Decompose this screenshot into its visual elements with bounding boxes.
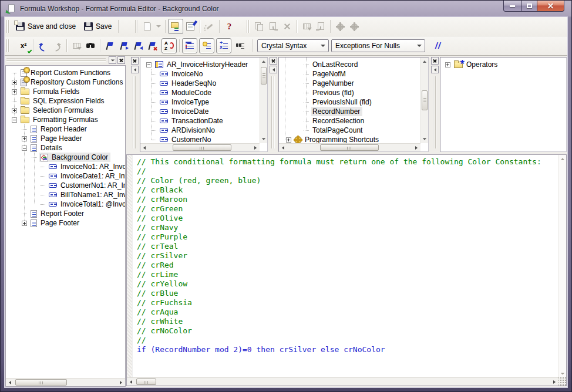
tree-item[interactable]: TransactionDate (140, 116, 267, 126)
operators-panel-strip[interactable] (430, 57, 440, 151)
tree-item[interactable]: RecordNumber (279, 107, 428, 116)
toggle-bookmark-button[interactable] (103, 39, 117, 53)
code-line[interactable]: // crPurple (137, 232, 558, 242)
save-and-close-button[interactable]: Save and close (12, 19, 80, 34)
tree-item[interactable]: InvoiceType (140, 97, 267, 107)
previous-bookmark-button[interactable] (131, 39, 145, 53)
tree-item[interactable]: InvoiceDate (140, 107, 267, 116)
tree-item[interactable]: Report Header (6, 124, 125, 134)
tree-expander[interactable] (22, 146, 27, 151)
scroll-down-button[interactable] (421, 135, 428, 143)
workshop-tree-toggle[interactable] (168, 19, 183, 34)
tree-expander[interactable] (22, 136, 27, 141)
formula-expert-button[interactable] (203, 19, 217, 33)
tree-expander[interactable] (40, 176, 45, 177)
check-syntax-button[interactable]: x² (16, 39, 31, 53)
functions-vertical-scrollbar[interactable] (420, 58, 428, 143)
panel-close-button[interactable] (270, 57, 277, 65)
tree-item[interactable]: ARDivisionNo (140, 126, 267, 135)
debug-function-button[interactable] (347, 19, 361, 33)
run-function-button[interactable] (333, 19, 347, 33)
tree-item[interactable]: Details (6, 143, 125, 153)
code-line[interactable]: // crMaroon (137, 195, 558, 204)
next-bookmark-button[interactable] (117, 39, 131, 53)
redo-button[interactable] (50, 39, 64, 53)
tree-item[interactable]: InvoiceDate1: AR_Inv (6, 171, 125, 181)
tree-expander[interactable] (40, 204, 45, 205)
panel-collapse-button[interactable] (131, 66, 139, 73)
code-line[interactable]: // crNavy (137, 223, 558, 232)
tree-expander[interactable] (146, 62, 152, 67)
scrollbar-thumb[interactable] (261, 67, 267, 85)
editor-horizontal-scrollbar[interactable] (127, 377, 558, 386)
code-line[interactable]: // Color (red, green, blue) (137, 176, 558, 185)
tree-item[interactable]: SQL Expression Fields (6, 96, 125, 106)
minimize-button[interactable] (503, 1, 521, 12)
tree-expander[interactable] (32, 157, 37, 158)
sort-trees-button[interactable]: AZ (161, 38, 177, 53)
scroll-right-button[interactable] (550, 378, 558, 386)
tree-item[interactable]: ModuleCode (140, 88, 267, 97)
tree-item[interactable]: Selection Formulas (6, 106, 125, 115)
scroll-right-button[interactable] (251, 144, 260, 151)
code-line[interactable]: if (RecordNumber mod 2)=0 then crSilver … (137, 345, 558, 354)
scrollbar-thumb[interactable] (136, 379, 156, 385)
tree-item[interactable]: HeaderSeqNo (140, 79, 267, 88)
scrollbar-thumb[interactable] (15, 379, 67, 386)
panel-drag-strip[interactable] (5, 56, 126, 65)
tree-item[interactable]: InvoiceNo1: AR_Invoic (6, 162, 125, 171)
tree-item[interactable]: Report Custom Functions (6, 68, 125, 77)
tree-expander[interactable] (445, 62, 450, 67)
browse-data-button[interactable] (69, 39, 83, 53)
panel-close-button[interactable] (431, 57, 439, 65)
fields-panel-strip[interactable] (130, 57, 140, 151)
functions-panel-strip[interactable] (269, 57, 278, 151)
scroll-left-button[interactable] (140, 144, 149, 151)
toolbar-gripper[interactable] (6, 20, 9, 33)
null-handling-combobox[interactable]: Exceptions For Nulls (331, 39, 425, 52)
browse-data-tool-button[interactable] (300, 19, 314, 33)
panel-menu-button[interactable] (109, 56, 116, 64)
tree-expander[interactable] (40, 185, 45, 186)
tree-item[interactable]: InvoiceTotal1: @Invoic (6, 200, 125, 209)
tree-item[interactable]: RecordSelection (279, 116, 428, 126)
tree-item[interactable]: Formatting Formulas (6, 115, 125, 124)
workshop-horizontal-scrollbar[interactable] (6, 378, 125, 386)
code-line[interactable]: // crYellow (137, 279, 558, 289)
formula-code[interactable]: // This conditional formatting formula m… (133, 155, 558, 377)
operator-tree-toggle[interactable] (216, 38, 231, 53)
editor-vertical-scrollbar[interactable] (558, 155, 566, 377)
code-line[interactable]: // crWhite (137, 317, 558, 326)
tree-item[interactable]: Page Header (6, 134, 125, 143)
tree-expander[interactable] (40, 167, 45, 167)
toolbar-gripper[interactable] (6, 39, 9, 52)
code-line[interactable]: // crBlack (137, 185, 558, 195)
tree-item[interactable]: Background Color (6, 153, 125, 162)
code-line[interactable]: // crAqua (137, 307, 558, 317)
code-line[interactable]: // crGreen (137, 204, 558, 214)
new-formula-dropdown[interactable] (154, 19, 163, 33)
tree-expander[interactable] (12, 101, 17, 102)
fields-vertical-scrollbar[interactable] (260, 58, 267, 143)
tree-item[interactable]: AR_InvoiceHistoryHeader (140, 60, 267, 69)
tree-item[interactable]: Repository Custom Functions (6, 77, 125, 87)
tree-item[interactable]: CustomerNo1: AR_Inv (6, 181, 125, 190)
scrollbar-thumb[interactable] (173, 144, 231, 151)
scrollbar-thumb[interactable] (320, 144, 379, 151)
tree-item[interactable]: BillToName1: AR_Invo (6, 190, 125, 200)
refresh-tool-button[interactable] (314, 19, 328, 33)
scroll-right-button[interactable] (117, 379, 125, 386)
properties-button[interactable] (183, 19, 197, 33)
selection-margin[interactable] (127, 155, 133, 377)
fields-horizontal-scrollbar[interactable] (140, 143, 260, 151)
code-line[interactable]: // crLime (137, 270, 558, 279)
help-button[interactable]: ? (222, 19, 236, 33)
save-button[interactable]: Save (80, 19, 116, 34)
code-line[interactable]: // crNoColor (137, 326, 558, 336)
scroll-up-button[interactable] (260, 58, 267, 66)
tree-expander[interactable] (40, 195, 45, 195)
new-formula-button[interactable] (140, 19, 154, 33)
tree-expander[interactable] (22, 214, 27, 214)
scroll-right-button[interactable] (412, 144, 420, 151)
tree-item[interactable]: Operators (440, 60, 566, 69)
